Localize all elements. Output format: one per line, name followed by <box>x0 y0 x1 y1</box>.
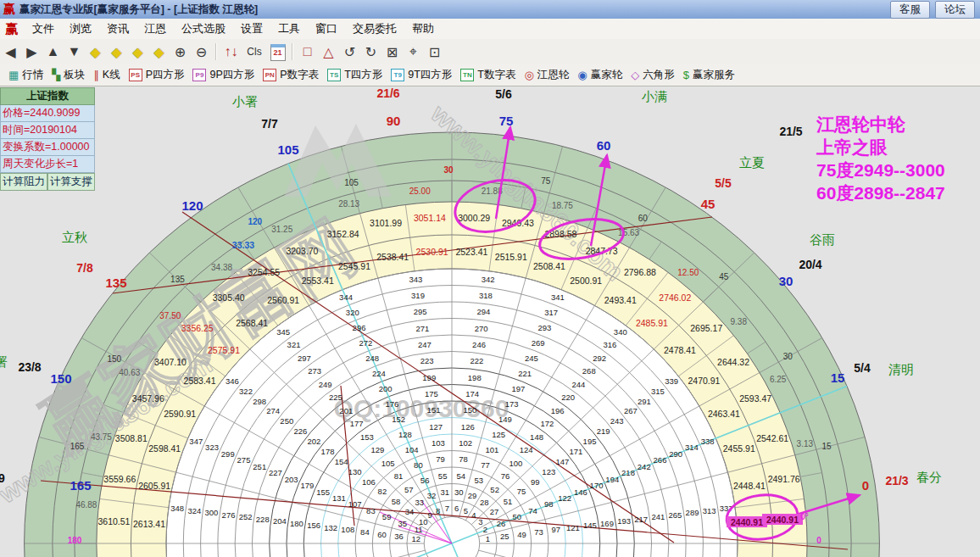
triangle-tool-button[interactable]: △ <box>318 44 339 60</box>
menu-8[interactable]: 交易委托 <box>345 19 404 39</box>
rotate-cw-button[interactable]: ↻ <box>360 44 381 60</box>
svg-text:121: 121 <box>566 523 580 532</box>
sectors-button[interactable]: ▚板块 <box>52 68 85 82</box>
svg-text:5: 5 <box>464 506 468 515</box>
svg-text:34: 34 <box>405 507 415 516</box>
svg-text:2568.41: 2568.41 <box>236 318 268 328</box>
svg-text:23/8: 23/8 <box>18 360 41 374</box>
title-bar[interactable]: 赢 赢家江恩专业版[赢家服务平台] - [上证指数 江恩轮] 客服 论坛 <box>0 0 980 19</box>
svg-text:292: 292 <box>593 354 606 363</box>
menu-7[interactable]: 窗口 <box>308 19 345 39</box>
zoom-in-button[interactable]: ⊕ <box>170 44 191 60</box>
up-button[interactable]: ▲ <box>42 44 64 59</box>
zoom-out-button[interactable]: ⊖ <box>191 44 212 60</box>
svg-text:132: 132 <box>324 523 337 532</box>
svg-text:34.38: 34.38 <box>211 263 232 272</box>
svg-text:250: 250 <box>280 416 293 426</box>
svg-text:106: 106 <box>362 477 376 487</box>
svg-text:244: 244 <box>571 380 585 389</box>
center-view-button[interactable]: ⌖ <box>403 44 424 59</box>
svg-text:228: 228 <box>256 515 270 524</box>
rotate-ccw-button[interactable]: ↺ <box>339 44 360 60</box>
svg-text:2746.02: 2746.02 <box>659 292 691 303</box>
back-button[interactable]: ◀ <box>0 44 21 60</box>
menu-5[interactable]: 设置 <box>233 19 270 39</box>
menu-3[interactable]: 江恩 <box>136 19 174 39</box>
instrument-panel: 上证指数 价格=2440.9099 时间=20190104 变换系数=1.000… <box>0 87 95 191</box>
svg-text:177: 177 <box>350 419 364 428</box>
9t-square-button[interactable]: T99T四方形 <box>391 68 452 82</box>
diamond-up-button[interactable]: ◆ <box>127 44 148 60</box>
svg-text:46.88: 46.88 <box>75 500 97 510</box>
svg-text:54: 54 <box>457 471 466 481</box>
p-square-button[interactable]: PSP四方形 <box>129 68 185 82</box>
svg-text:313: 313 <box>703 506 716 515</box>
quotes-button[interactable]: ▦行情 <box>8 68 43 82</box>
svg-text:174: 174 <box>465 389 479 398</box>
t-square-button[interactable]: TST四方形 <box>327 68 382 82</box>
p-table-button[interactable]: PNP数字表 <box>263 68 319 82</box>
svg-text:5/4: 5/4 <box>854 361 871 375</box>
svg-text:30: 30 <box>443 165 454 175</box>
svg-text:221: 221 <box>518 369 532 378</box>
menu-2[interactable]: 资讯 <box>99 19 136 39</box>
diamond-down-button[interactable]: ◆ <box>148 44 170 60</box>
square-tool-button[interactable]: □ <box>297 44 318 59</box>
gann-wheel-button[interactable]: ◎江恩轮 <box>525 68 570 82</box>
gann-annotation-text: 江恩轮中轮 上帝之眼 75度2949--3000 60度2898--2847 <box>816 113 945 204</box>
diamond-right-button[interactable]: ◆ <box>106 44 127 60</box>
svg-text:2530.91: 2530.91 <box>416 247 448 257</box>
svg-text:75: 75 <box>517 487 526 496</box>
svg-text:268: 268 <box>582 366 596 376</box>
menu-0[interactable]: 文件 <box>25 19 62 39</box>
svg-text:219: 219 <box>597 426 610 436</box>
time-scale-button[interactable]: ↑↓ <box>220 44 242 59</box>
svg-text:266: 266 <box>654 455 667 465</box>
svg-text:319: 319 <box>411 291 425 300</box>
svg-text:125: 125 <box>492 430 505 439</box>
svg-text:243: 243 <box>610 416 624 426</box>
svg-text:79: 79 <box>436 454 445 464</box>
customer-service-button[interactable]: 客服 <box>890 1 930 19</box>
hexagon-button[interactable]: ◇六角形 <box>631 68 675 82</box>
svg-text:104: 104 <box>405 445 419 454</box>
date-value: 时间=20190104 <box>0 122 95 139</box>
winner-wheel-icon: ◉ <box>577 69 587 81</box>
menu-9[interactable]: 帮助 <box>404 19 442 39</box>
kline-button[interactable]: ∥K线 <box>93 68 120 82</box>
svg-text:35: 35 <box>398 519 408 528</box>
menu-6[interactable]: 工具 <box>270 19 308 39</box>
svg-text:3254.55: 3254.55 <box>248 267 280 277</box>
svg-text:298: 298 <box>253 397 266 406</box>
diamond-left-button[interactable]: ◆ <box>85 44 106 60</box>
svg-text:316: 316 <box>604 340 617 349</box>
fullscreen-button[interactable]: ⊠ <box>381 44 403 60</box>
winner-wheel-button[interactable]: ◉赢家轮 <box>577 68 622 82</box>
svg-text:7: 7 <box>445 504 449 513</box>
app-window: { "window":{"title":"赢家江恩专业版[赢家服务平台] - [… <box>0 0 980 557</box>
app-logo: 赢 <box>5 21 18 37</box>
svg-text:247: 247 <box>418 340 432 349</box>
toolbar-views: ▦行情▚板块∥K线PSP四方形P99P四方形PNP数字表TST四方形T99T四方… <box>0 64 980 86</box>
menu-1[interactable]: 浏览 <box>62 19 99 39</box>
calendar-button[interactable]: 21 <box>267 43 288 61</box>
forum-button[interactable]: 论坛 <box>935 1 975 19</box>
svg-text:29: 29 <box>468 491 477 500</box>
calc-support-button[interactable]: 计算支撑 <box>47 173 95 191</box>
svg-text:246: 246 <box>472 340 486 349</box>
svg-text:12.50: 12.50 <box>677 268 699 277</box>
svg-text:2553.41: 2553.41 <box>302 276 334 286</box>
menu-4[interactable]: 公式选股 <box>174 19 233 39</box>
9p-square-button[interactable]: P99P四方形 <box>192 68 254 82</box>
t-table-button[interactable]: TNT数字表 <box>460 68 515 82</box>
calc-resistance-button[interactable]: 计算阻力 <box>0 173 47 191</box>
forward-button[interactable]: ▶ <box>21 44 42 60</box>
cls-button[interactable]: Cls <box>242 46 267 58</box>
presentation-button[interactable]: ⊡ <box>424 44 445 60</box>
step-value: 周天变化步长=1 <box>0 156 95 173</box>
hexagon-icon: ◇ <box>631 69 639 81</box>
winner-service-button[interactable]: $赢家服务 <box>683 68 735 82</box>
svg-text:2598.41: 2598.41 <box>148 443 181 454</box>
down-button[interactable]: ▼ <box>64 44 85 59</box>
svg-text:291: 291 <box>638 397 651 406</box>
